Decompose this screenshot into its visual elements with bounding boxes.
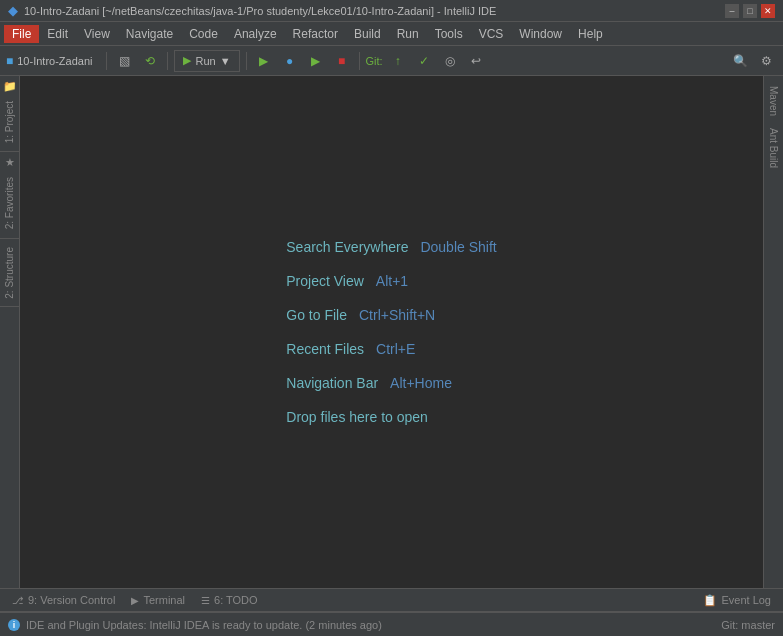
- tab-terminal[interactable]: ▶ Terminal: [123, 589, 193, 611]
- tab-todo[interactable]: ☰ 6: TODO: [193, 589, 266, 611]
- menu-item-analyze[interactable]: Analyze: [226, 25, 285, 43]
- sidebar-item-project[interactable]: 1: Project: [2, 97, 17, 147]
- title-bar-left: ◆ 10-Intro-Zadani [~/netBeans/czechitas/…: [8, 3, 496, 18]
- title-bar-title: 10-Intro-Zadani [~/netBeans/czechitas/ja…: [24, 5, 496, 17]
- shortcut-key-project: Alt+1: [376, 273, 408, 289]
- debug-icon-btn[interactable]: ●: [279, 50, 301, 72]
- drop-files-row: Drop files here to open: [286, 409, 496, 425]
- menu-bar: FileEditViewNavigateCodeAnalyzeRefactorB…: [0, 22, 783, 46]
- menu-item-file[interactable]: File: [4, 25, 39, 43]
- shortcut-row-search: Search Everywhere Double Shift: [286, 239, 496, 255]
- event-log-icon: 📋: [703, 594, 717, 607]
- shortcut-key-search: Double Shift: [420, 239, 496, 255]
- shortcut-label-recent: Recent Files: [286, 341, 364, 357]
- tab-version-control-label: 9: Version Control: [28, 594, 115, 606]
- menu-item-refactor[interactable]: Refactor: [285, 25, 346, 43]
- project-name: 10-Intro-Zadani: [17, 55, 92, 67]
- shortcuts-panel: Search Everywhere Double Shift Project V…: [266, 219, 516, 445]
- tab-version-control[interactable]: ⎇ 9: Version Control: [4, 589, 123, 611]
- sidebar-item-maven[interactable]: Maven: [766, 80, 781, 122]
- toolbar-separator-3: [246, 52, 247, 70]
- toolbar-separator-4: [359, 52, 360, 70]
- sidebar-item-ant[interactable]: Ant Build: [766, 122, 781, 174]
- tab-event-log-label: Event Log: [721, 594, 771, 606]
- sidebar-item-favorites[interactable]: 2: Favorites: [2, 173, 17, 233]
- status-info-icon: i: [8, 619, 20, 631]
- project-folder-icon: 📁: [3, 80, 17, 93]
- maximize-button[interactable]: □: [743, 4, 757, 18]
- right-sidebar: Maven Ant Build: [763, 76, 783, 588]
- shortcut-key-recent: Ctrl+E: [376, 341, 415, 357]
- shortcut-label-gotofile: Go to File: [286, 307, 347, 323]
- shortcut-row-recent: Recent Files Ctrl+E: [286, 341, 496, 357]
- back-button[interactable]: ⟲: [139, 50, 161, 72]
- run-icon-btn[interactable]: ▶: [253, 50, 275, 72]
- shortcut-label-navbar: Navigation Bar: [286, 375, 378, 391]
- left-section-favorites: ★ 2: Favorites: [0, 152, 19, 238]
- git-push-btn[interactable]: ↑: [387, 50, 409, 72]
- shortcut-row-navbar: Navigation Bar Alt+Home: [286, 375, 496, 391]
- shortcut-key-gotofile: Ctrl+Shift+N: [359, 307, 435, 323]
- menu-item-edit[interactable]: Edit: [39, 25, 76, 43]
- run-play-icon: ▶: [183, 54, 191, 67]
- status-message: IDE and Plugin Updates: IntelliJ IDEA is…: [26, 619, 382, 631]
- git-undo-btn[interactable]: ↩: [465, 50, 487, 72]
- tab-event-log[interactable]: 📋 Event Log: [695, 592, 779, 609]
- git-check-btn[interactable]: ✓: [413, 50, 435, 72]
- toolbar: ■ 10-Intro-Zadani ▧ ⟲ ▶ Run ▼ ▶ ● ▶ ■ Gi…: [0, 46, 783, 76]
- bottom-tabs: ⎇ 9: Version Control ▶ Terminal ☰ 6: TOD…: [0, 588, 783, 612]
- menu-item-view[interactable]: View: [76, 25, 118, 43]
- run-button[interactable]: ▶ Run ▼: [174, 50, 239, 72]
- menu-item-window[interactable]: Window: [511, 25, 570, 43]
- minimize-button[interactable]: –: [725, 4, 739, 18]
- todo-icon: ☰: [201, 595, 210, 606]
- coverage-icon-btn[interactable]: ▶: [305, 50, 327, 72]
- title-bar: ◆ 10-Intro-Zadani [~/netBeans/czechitas/…: [0, 0, 783, 22]
- version-control-icon: ⎇: [12, 595, 24, 606]
- menu-item-vcs[interactable]: VCS: [471, 25, 512, 43]
- shortcut-row-gotofile: Go to File Ctrl+Shift+N: [286, 307, 496, 323]
- project-icon: ■: [6, 54, 13, 68]
- run-label: Run: [195, 55, 215, 67]
- favorites-icon: ★: [5, 156, 15, 169]
- settings-btn[interactable]: ⚙: [755, 50, 777, 72]
- git-history-btn[interactable]: ◎: [439, 50, 461, 72]
- left-panel: 📁 1: Project ★ 2: Favorites 2: Structure: [0, 76, 20, 588]
- toolbar-separator-2: [167, 52, 168, 70]
- stop-icon-btn[interactable]: ■: [331, 50, 353, 72]
- status-bar: i IDE and Plugin Updates: IntelliJ IDEA …: [0, 612, 783, 636]
- left-section-project: 📁 1: Project: [0, 76, 19, 152]
- menu-item-build[interactable]: Build: [346, 25, 389, 43]
- terminal-icon: ▶: [131, 595, 139, 606]
- title-bar-controls: – □ ✕: [725, 4, 775, 18]
- main-layout: 📁 1: Project ★ 2: Favorites 2: Structure…: [0, 76, 783, 588]
- layout-button[interactable]: ▧: [113, 50, 135, 72]
- drop-files-text: Drop files here to open: [286, 409, 428, 425]
- sidebar-item-structure[interactable]: 2: Structure: [2, 243, 17, 303]
- menu-item-run[interactable]: Run: [389, 25, 427, 43]
- git-branch-status: Git: master: [721, 619, 775, 631]
- left-section-structure: 2: Structure: [0, 239, 19, 308]
- menu-item-tools[interactable]: Tools: [427, 25, 471, 43]
- tab-terminal-label: Terminal: [143, 594, 185, 606]
- project-label: ■ 10-Intro-Zadani: [6, 54, 92, 68]
- toolbar-separator-1: [106, 52, 107, 70]
- run-dropdown-icon: ▼: [220, 55, 231, 67]
- git-label: Git:: [366, 55, 383, 67]
- menu-item-code[interactable]: Code: [181, 25, 226, 43]
- search-everywhere-btn[interactable]: 🔍: [729, 50, 751, 72]
- close-button[interactable]: ✕: [761, 4, 775, 18]
- menu-item-navigate[interactable]: Navigate: [118, 25, 181, 43]
- shortcut-label-search: Search Everywhere: [286, 239, 408, 255]
- editor-area: Search Everywhere Double Shift Project V…: [20, 76, 763, 588]
- app-icon: ◆: [8, 3, 18, 18]
- shortcut-key-navbar: Alt+Home: [390, 375, 452, 391]
- shortcut-label-project: Project View: [286, 273, 364, 289]
- menu-item-help[interactable]: Help: [570, 25, 611, 43]
- tab-todo-label: 6: TODO: [214, 594, 258, 606]
- shortcut-row-project: Project View Alt+1: [286, 273, 496, 289]
